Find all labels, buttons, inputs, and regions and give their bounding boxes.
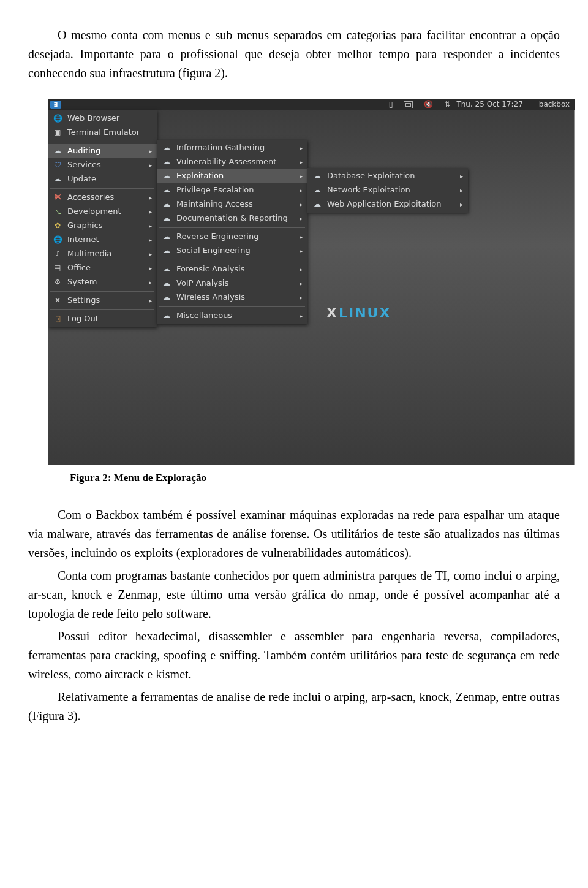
main-menu-item[interactable]: 🌐Internet▸ xyxy=(48,233,157,247)
paragraph: O mesmo conta com menus e sub menus sepa… xyxy=(28,26,560,83)
exploitation-submenu-item[interactable]: ☁Network Exploitation▸ xyxy=(307,183,468,197)
menu-item-label: Reverse Engineering xyxy=(176,230,295,243)
auditing-submenu-item[interactable]: ☁Information Gathering▸ xyxy=(157,141,307,155)
main-menu-item[interactable]: ✿Graphics▸ xyxy=(48,219,157,233)
brand-suffix: LINUX xyxy=(339,303,391,324)
auditing-submenu-item[interactable]: ☁Maintaining Access▸ xyxy=(157,197,307,211)
chevron-right-icon: ▸ xyxy=(149,221,152,231)
top-panel: ∃ ▯ 🔇 ⇅ Thu, 25 Oct 17:27 backbox xyxy=(48,99,575,110)
chevron-right-icon: ▸ xyxy=(300,157,303,167)
menu-separator xyxy=(159,260,305,260)
chevron-right-icon: ▸ xyxy=(149,161,152,170)
auditing-submenu: ☁Information Gathering▸☁Vulnerability As… xyxy=(157,140,307,324)
menu-item-icon: ♪ xyxy=(53,249,62,259)
main-menu-item[interactable]: 🌐Web Browser xyxy=(48,112,157,126)
menu-item-label: Web Browser xyxy=(67,112,152,124)
chevron-right-icon: ▸ xyxy=(300,172,303,181)
menu-item-icon: 🌐 xyxy=(53,235,62,245)
battery-icon[interactable]: ▯ xyxy=(389,99,393,110)
menu-item-label: Wireless Analysis xyxy=(176,291,295,303)
main-menu-item[interactable]: ✕Settings▸ xyxy=(48,294,157,308)
chevron-right-icon: ▸ xyxy=(149,278,152,287)
screenshot-figure: ∃ ▯ 🔇 ⇅ Thu, 25 Oct 17:27 backbox 🌐Web B… xyxy=(48,99,575,465)
menu-item-icon: ☁ xyxy=(162,232,172,242)
menu-item-icon: ☁ xyxy=(162,172,172,181)
audio-icon[interactable]: 🔇 xyxy=(424,99,433,110)
launcher-icon[interactable]: ∃ xyxy=(50,101,61,109)
menu-item-label: Accessories xyxy=(67,191,144,203)
main-menu-item[interactable]: ⌥Development▸ xyxy=(48,205,157,219)
auditing-submenu-item[interactable]: ☁Exploitation▸ xyxy=(157,169,307,183)
chevron-right-icon: ▸ xyxy=(300,214,303,224)
menu-item-label: Services xyxy=(67,159,144,171)
menu-separator xyxy=(50,291,154,292)
menu-item-label: Exploitation xyxy=(176,170,295,182)
chevron-right-icon: ▸ xyxy=(149,193,152,203)
menu-item-label: Settings xyxy=(67,294,144,306)
chevron-right-icon: ▸ xyxy=(300,279,303,289)
paragraph: Com o Backbox também é possível examinar… xyxy=(28,506,560,563)
main-menu-item[interactable]: ▤Office▸ xyxy=(48,261,157,275)
mail-icon[interactable] xyxy=(404,101,413,108)
menu-item-icon: ☁ xyxy=(162,157,172,167)
exploitation-submenu-item[interactable]: ☁Web Application Exploitation▸ xyxy=(307,197,468,211)
menu-item-label: Log Out xyxy=(67,313,152,325)
chevron-right-icon: ▸ xyxy=(300,311,303,321)
chevron-right-icon: ▸ xyxy=(149,207,152,217)
auditing-submenu-item[interactable]: ☁Social Engineering▸ xyxy=(157,244,307,258)
main-menu-item[interactable]: 🛡Services▸ xyxy=(48,158,157,172)
auditing-submenu-item[interactable]: ☁Reverse Engineering▸ xyxy=(157,230,307,244)
main-menu-item[interactable]: ⍈Log Out xyxy=(48,312,157,326)
menu-item-icon: 🛡 xyxy=(53,161,62,170)
main-menu-item[interactable]: ☁Update xyxy=(48,172,157,186)
menu-item-label: Multimedia xyxy=(67,248,144,260)
clock[interactable]: Thu, 25 Oct 17:27 xyxy=(456,99,522,110)
main-menu-item[interactable]: ☁Auditing▸ xyxy=(48,144,157,158)
brand-text: XLINUX xyxy=(326,303,391,324)
user-menu[interactable]: backbox xyxy=(537,99,572,110)
menu-item-icon: ☁ xyxy=(162,246,172,256)
menu-item-icon: ☁ xyxy=(312,172,322,181)
auditing-submenu-item[interactable]: ☁Vulnerability Assessment▸ xyxy=(157,155,307,169)
chevron-right-icon: ▸ xyxy=(300,186,303,195)
figure-caption: Figura 2: Menu de Exploração xyxy=(70,470,560,486)
menu-item-icon: ☁ xyxy=(162,293,172,303)
auditing-submenu-item[interactable]: ☁VoIP Analysis▸ xyxy=(157,276,307,290)
menu-item-icon: ☁ xyxy=(162,265,172,275)
menu-item-label: Terminal Emulator xyxy=(67,126,152,139)
chevron-right-icon: ▸ xyxy=(300,232,303,242)
menu-item-icon: ⚙ xyxy=(53,278,62,287)
menu-item-label: Internet xyxy=(67,233,144,246)
auditing-submenu-item[interactable]: ☁Privilege Escalation▸ xyxy=(157,183,307,197)
menu-item-icon: ☁ xyxy=(162,279,172,289)
paragraph: Relativamente a ferramentas de analise d… xyxy=(28,688,560,726)
menu-item-label: Privilege Escalation xyxy=(176,184,295,196)
menu-item-label: Update xyxy=(67,173,152,185)
menu-item-icon: ☁ xyxy=(162,186,172,195)
network-icon[interactable]: ⇅ xyxy=(444,99,450,110)
main-menu-item[interactable]: ♪Multimedia▸ xyxy=(48,247,157,261)
auditing-submenu-item[interactable]: ☁Forensic Analysis▸ xyxy=(157,262,307,276)
auditing-submenu-item[interactable]: ☁Wireless Analysis▸ xyxy=(157,290,307,305)
menu-item-label: Graphics xyxy=(67,219,144,232)
menu-item-icon: ☁ xyxy=(162,214,172,224)
menu-item-label: Auditing xyxy=(67,145,144,157)
main-menu-item[interactable]: ⚙System▸ xyxy=(48,275,157,289)
chevron-right-icon: ▸ xyxy=(149,146,152,156)
menu-item-label: Forensic Analysis xyxy=(176,263,295,275)
main-menu: 🌐Web Browser▣Terminal Emulator☁Auditing▸… xyxy=(48,110,157,327)
exploitation-submenu-item[interactable]: ☁Database Exploitation▸ xyxy=(307,169,468,183)
chevron-right-icon: ▸ xyxy=(149,249,152,259)
menu-separator xyxy=(159,227,305,228)
menu-item-label: Social Engineering xyxy=(176,245,295,257)
main-menu-item[interactable]: ▣Terminal Emulator xyxy=(48,126,157,140)
auditing-submenu-item[interactable]: ☁Miscellaneous▸ xyxy=(157,309,307,323)
auditing-submenu-item[interactable]: ☁Documentation & Reporting▸ xyxy=(157,211,307,226)
menu-item-icon: ✀ xyxy=(53,193,62,203)
menu-item-icon: ▤ xyxy=(53,264,62,273)
menu-separator xyxy=(159,306,305,307)
menu-item-icon: 🌐 xyxy=(53,114,62,124)
chevron-right-icon: ▸ xyxy=(300,265,303,275)
main-menu-item[interactable]: ✀Accessories▸ xyxy=(48,191,157,205)
menu-item-label: Database Exploitation xyxy=(327,170,455,182)
